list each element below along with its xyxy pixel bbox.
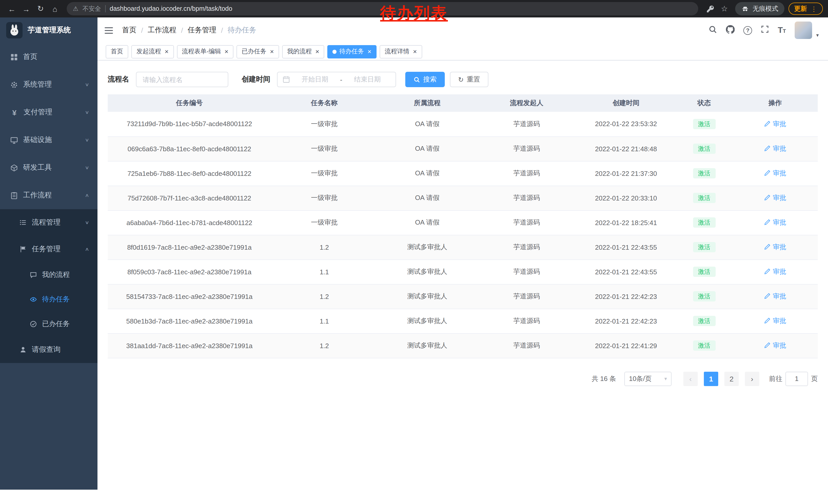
sidebar-item-task-management[interactable]: 任务管理 ∧ [0,236,97,263]
help-icon[interactable]: ? [743,26,752,35]
sidebar-item-label: 支付管理 [24,108,80,117]
table-row: 58154733-7ac8-11ec-a9e2-a2380e71991a1.2测… [108,284,818,309]
url-text: dashboard.yudao.iocoder.cn/bpm/task/todo [110,5,233,12]
font-size-icon[interactable]: T T [778,26,786,34]
approve-button[interactable]: 审批 [764,169,786,178]
app-logo [6,22,23,39]
approve-button[interactable]: 审批 [764,292,786,301]
search-button[interactable]: 搜索 [405,72,445,87]
edit-icon [764,318,771,324]
tab-close-icon[interactable]: × [316,48,319,55]
active-tab-dot [333,49,337,54]
tab-0[interactable]: 首页 [106,45,128,58]
sidebar-item-label: 研发工具 [23,163,80,172]
page-button-1[interactable]: 1 [704,371,718,386]
avatar-caret-icon[interactable]: ▾ [816,32,819,39]
tab-label: 已办任务 [242,47,266,56]
page-size-select[interactable]: 10条/页 ▾ [624,371,671,386]
sidebar-item-workflow[interactable]: 工作流程 ∧ [0,182,97,209]
browser-home-icon[interactable]: ⌂ [48,2,61,15]
cell-initiator: 芋道源码 [513,268,540,275]
sidebar-item-process-management[interactable]: 流程管理 ∨ [0,209,97,236]
check-circle-icon [30,320,37,328]
github-icon[interactable] [726,25,735,36]
sidebar-item-leave-query[interactable]: 请假查询 [0,336,97,363]
breadcrumb-separator: / [221,26,223,34]
bookmark-star-icon[interactable]: ☆ [718,2,731,15]
app-logo-row[interactable]: 芋道管理系统 [0,17,97,43]
prev-page-button[interactable]: ‹ [683,371,698,386]
approve-button[interactable]: 审批 [764,267,786,276]
security-label[interactable]: 不安全 [83,4,101,13]
password-key-icon[interactable] [703,2,717,15]
cell-process: OA 请假 [415,218,440,226]
cell-task-name: 一级审批 [311,218,338,226]
start-date-placeholder[interactable]: 开始日期 [292,75,338,84]
approve-button[interactable]: 审批 [764,218,786,227]
breadcrumb-workflow[interactable]: 工作流程 [148,26,176,35]
tab-close-icon[interactable]: × [270,48,274,55]
tab-1[interactable]: 发起流程× [131,45,174,58]
browser-update-button[interactable]: 更新 ⋮ [788,3,823,15]
edit-icon [764,244,771,250]
sidebar-item-devtools[interactable]: 研发工具 ∨ [0,154,97,182]
page-button-2[interactable]: 2 [724,371,739,386]
refresh-icon: ↻ [458,76,464,83]
table-row: 8f0d1619-7ac8-11ec-a9e2-a2380e71991a1.2测… [108,235,818,260]
app-title: 芋道管理系统 [28,26,71,35]
tab-4[interactable]: 我的流程× [282,45,325,58]
browser-forward-icon[interactable]: → [19,2,33,15]
tab-2[interactable]: 流程表单-编辑× [177,45,234,58]
tab-5[interactable]: 待办任务× [328,45,377,58]
table-header-row: 任务编号 任务名称 所属流程 流程发起人 创建时间 状态 操作 [108,94,818,112]
create-time-label: 创建时间 [242,75,271,84]
tab-3[interactable]: 已办任务× [237,45,279,58]
approve-button[interactable]: 审批 [764,316,786,326]
tab-close-icon[interactable]: × [165,48,169,55]
next-page-button[interactable]: › [745,371,759,386]
approve-button[interactable]: 审批 [764,341,786,350]
sidebar-item-done-tasks[interactable]: 已办任务 [0,312,97,336]
sidebar-item-label: 工作流程 [23,191,80,200]
cell-create-time: 2022-01-22 21:48:48 [595,145,657,152]
approve-button[interactable]: 审批 [764,193,786,202]
sidebar-item-home[interactable]: 首页 [0,43,97,71]
sidebar-item-infrastructure[interactable]: 基础设施 ∨ [0,126,97,154]
approve-button[interactable]: 审批 [764,119,786,129]
approve-button[interactable]: 审批 [764,144,786,153]
todo-task-table: 任务编号 任务名称 所属流程 流程发起人 创建时间 状态 操作 73211d9d… [108,94,818,358]
process-name-input[interactable] [136,72,228,87]
approve-button[interactable]: 审批 [764,242,786,252]
range-separator: - [340,76,342,83]
sidebar-item-label: 系统管理 [23,80,80,89]
sidebar-item-my-processes[interactable]: 我的流程 [0,263,97,287]
browser-reload-icon[interactable]: ↻ [34,2,47,15]
cell-process: 测试多审批人 [407,317,447,325]
edit-icon [764,145,771,152]
end-date-placeholder[interactable]: 结束日期 [344,75,390,84]
sidebar-item-payment[interactable]: ¥ 支付管理 ∨ [0,98,97,126]
goto-page-input[interactable] [785,371,808,386]
tab-6[interactable]: 流程详情× [380,45,422,58]
reset-button[interactable]: ↻ 重置 [450,72,488,87]
sidebar-item-todo-tasks[interactable]: 待办任务 [0,287,97,312]
browser-menu-icon[interactable]: ⋮ [811,5,817,12]
fullscreen-icon[interactable] [761,25,769,35]
breadcrumb-task-management[interactable]: 任务管理 [188,26,216,35]
sidebar-item-system[interactable]: 系统管理 ∨ [0,71,97,98]
browser-chrome: ← → ↻ ⌂ ⚠ 不安全 dashboard.yudao.iocoder.cn… [0,0,828,17]
browser-back-icon[interactable]: ← [5,2,18,15]
search-icon[interactable] [708,25,717,36]
yen-icon: ¥ [10,108,18,117]
tab-close-icon[interactable]: × [368,48,371,55]
cell-task-id: 725a1eb6-7b88-11ec-8ef0-acde48001122 [127,170,251,177]
status-badge: 激活 [693,316,715,326]
tab-close-icon[interactable]: × [224,48,228,55]
flag-icon [19,245,27,253]
breadcrumb-home[interactable]: 首页 [122,26,136,35]
hamburger-icon[interactable] [105,27,114,34]
cell-task-id: 580e1b3d-7ac8-11ec-a9e2-a2380e71991a [126,317,253,325]
avatar[interactable] [795,21,812,39]
tab-close-icon[interactable]: × [413,48,417,55]
date-range-picker[interactable]: 开始日期 - 结束日期 [277,72,396,87]
